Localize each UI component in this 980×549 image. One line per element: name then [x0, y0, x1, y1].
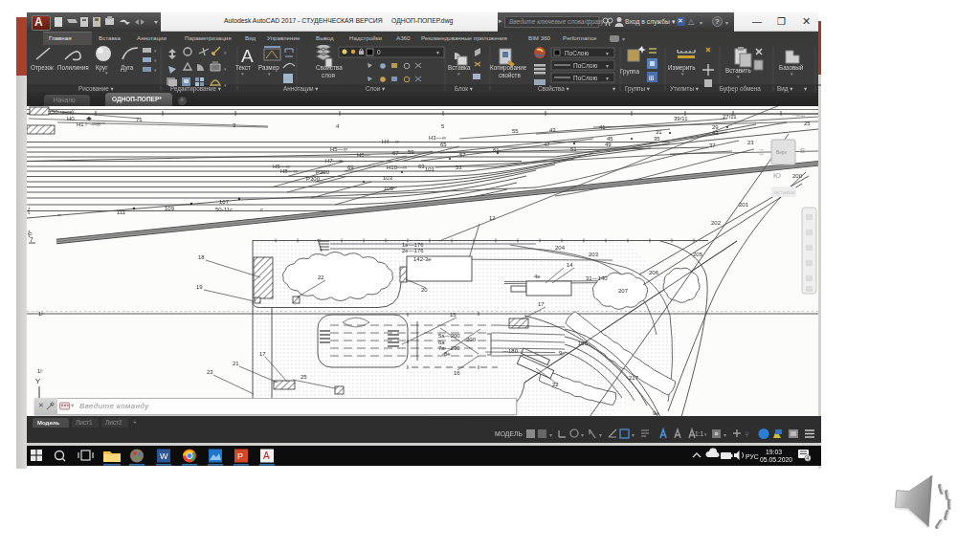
- svg-text:▾: ▾: [224, 66, 227, 72]
- svg-text:▾: ▾: [599, 432, 602, 438]
- svg-text:202: 202: [711, 220, 722, 226]
- svg-text:⊞: ⊞: [649, 75, 655, 81]
- svg-text:4е: 4е: [534, 274, 541, 279]
- svg-text:25: 25: [301, 374, 307, 380]
- svg-text:65: 65: [440, 142, 447, 147]
- svg-text:20: 20: [421, 287, 428, 293]
- svg-text:P: P: [237, 451, 243, 461]
- svg-text:1⊦: 1⊦: [38, 311, 44, 317]
- svg-text:27/11: 27/11: [723, 114, 737, 120]
- svg-text:105: 105: [578, 340, 589, 346]
- svg-text:Н8—∞: Н8—∞: [280, 168, 298, 174]
- svg-text:Р300: Р300: [316, 169, 330, 175]
- svg-text:▾: ▾: [632, 432, 635, 438]
- svg-text:▾: ▾: [724, 432, 726, 438]
- svg-text:107: 107: [219, 199, 230, 205]
- svg-text:14: 14: [567, 262, 573, 268]
- svg-text:7: 7: [30, 236, 33, 243]
- svg-text:142-3е: 142-3е: [413, 256, 432, 262]
- svg-text:51: 51: [570, 146, 577, 152]
- svg-text:39/11: 39/11: [674, 116, 688, 121]
- svg-text:Р300: Р300: [306, 176, 321, 182]
- svg-text:A: A: [241, 46, 254, 66]
- svg-text:▾: ▾: [606, 76, 609, 81]
- svg-text:206: 206: [649, 270, 659, 275]
- svg-text:Н7—∞: Н7—∞: [325, 158, 343, 164]
- svg-text:35: 35: [654, 136, 660, 142]
- svg-text:2е—176: 2е—176: [402, 248, 424, 253]
- svg-text:207: 207: [618, 288, 629, 294]
- svg-text:200: 200: [792, 173, 803, 179]
- svg-text:–⊖⊡: –⊖⊡: [792, 112, 805, 118]
- svg-text:▾: ▾: [549, 432, 552, 438]
- svg-text:61: 61: [493, 147, 500, 153]
- svg-text:Ю: Ю: [773, 171, 781, 180]
- svg-text:5: 5: [441, 123, 445, 129]
- svg-text:4: 4: [336, 123, 340, 129]
- svg-text:101: 101: [425, 166, 435, 172]
- svg-text:204: 204: [555, 245, 566, 251]
- svg-text:37: 37: [709, 143, 716, 148]
- svg-text:▾: ▾: [154, 67, 157, 73]
- svg-text:РУС: РУС: [746, 453, 759, 460]
- svg-text:▾: ▾: [581, 432, 584, 438]
- svg-text:⑂: ⑂: [745, 430, 749, 439]
- svg-text:с: с: [260, 207, 263, 212]
- svg-text:—180: —180: [502, 348, 519, 354]
- svg-text:5а—200: 5а—200: [438, 333, 460, 339]
- svg-text:1:1: 1:1: [695, 430, 703, 437]
- svg-text:103: 103: [383, 175, 393, 181]
- svg-text:22: 22: [318, 274, 324, 280]
- svg-text:41: 41: [599, 124, 606, 130]
- svg-text:19: 19: [196, 284, 203, 290]
- svg-text:19:03: 19:03: [766, 449, 782, 455]
- svg-text:Н4—∞: Н4—∞: [382, 139, 399, 144]
- svg-text:1⊦: 1⊦: [37, 368, 43, 374]
- svg-text:▾: ▾: [154, 57, 157, 63]
- svg-text:▾: ▾: [606, 51, 609, 56]
- svg-text:50-11с: 50-11с: [215, 207, 233, 212]
- svg-text:69: 69: [347, 165, 354, 170]
- svg-text:ПоСлою: ПоСлою: [565, 50, 589, 56]
- svg-text:Верх: Верх: [776, 150, 787, 155]
- svg-text:217: 217: [629, 375, 639, 381]
- svg-text:43: 43: [712, 130, 719, 136]
- svg-text:W: W: [160, 451, 168, 461]
- svg-text:201: 201: [739, 202, 749, 208]
- svg-text:105: 105: [384, 186, 394, 191]
- svg-text:71: 71: [136, 117, 143, 122]
- svg-text:200: 200: [466, 337, 477, 342]
- svg-text:▾: ▾: [224, 50, 227, 55]
- svg-text:18: 18: [198, 254, 205, 260]
- svg-text:4: 4: [806, 455, 809, 461]
- svg-text:23: 23: [747, 140, 754, 145]
- svg-text:3: 3: [759, 147, 764, 157]
- svg-text:A: A: [263, 450, 270, 461]
- svg-text:23: 23: [207, 369, 213, 375]
- svg-text:Н5—∞: Н5—∞: [330, 146, 347, 152]
- svg-text:67: 67: [392, 150, 399, 156]
- svg-text:Н0: Н0: [67, 116, 75, 121]
- svg-text:9е: 9е: [559, 350, 566, 356]
- svg-text:{: {: [28, 207, 31, 214]
- svg-text:111: 111: [117, 209, 126, 215]
- svg-text:109: 109: [165, 206, 175, 211]
- svg-text:31—140: 31—140: [586, 275, 608, 281]
- svg-text:Н3—∞: Н3—∞: [429, 135, 446, 141]
- svg-text:203: 203: [589, 252, 599, 257]
- svg-text:205: 205: [693, 252, 703, 257]
- svg-text:ПоСлою: ПоСлою: [573, 62, 597, 69]
- svg-text:12: 12: [489, 215, 496, 221]
- svg-text:59: 59: [408, 149, 414, 155]
- svg-text:16: 16: [454, 370, 460, 376]
- svg-text:▾: ▾: [606, 63, 609, 69]
- svg-text:В: В: [800, 146, 805, 155]
- svg-text:▾: ▾: [704, 431, 707, 437]
- svg-text:Y: Y: [35, 377, 41, 385]
- svg-text:ПоСлою: ПоСлою: [573, 75, 597, 81]
- svg-text:Н10—∞: Н10—∞: [387, 165, 407, 170]
- svg-text:Н1 ⊢—∞: Н1 ⊢—∞: [77, 121, 100, 127]
- svg-text:25: 25: [804, 121, 811, 126]
- svg-text:21: 21: [233, 361, 239, 366]
- svg-text:05.05.2020: 05.05.2020: [760, 456, 792, 463]
